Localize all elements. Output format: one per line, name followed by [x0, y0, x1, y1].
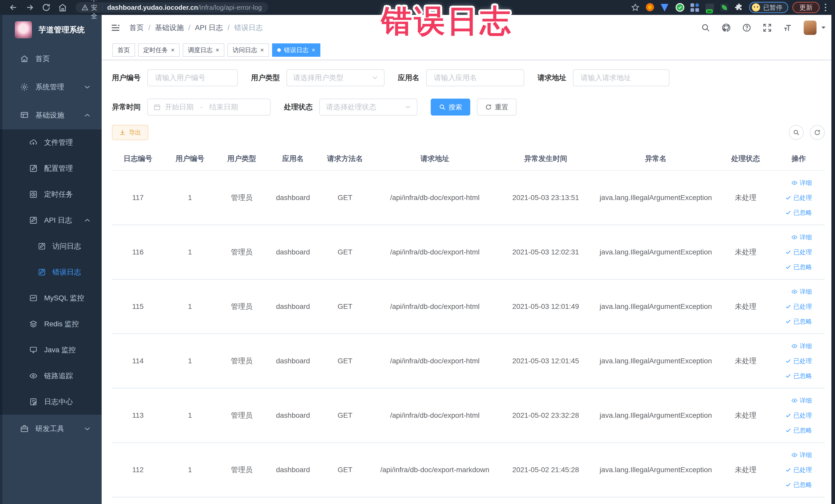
col-operations: 操作 [773, 147, 825, 170]
user-id-input[interactable] [147, 69, 238, 86]
log-edit-icon [38, 268, 46, 276]
reset-button[interactable]: 重置 [477, 99, 516, 116]
extension-orange-icon[interactable] [646, 3, 655, 12]
export-button[interactable]: 导出 [112, 125, 148, 140]
tab-close-icon[interactable]: × [216, 47, 219, 53]
address-bar[interactable]: 不安全 dashboard.yudao.iocoder.cn/infra/log… [76, 2, 268, 13]
tab-home[interactable]: 首页 [113, 43, 135, 57]
sidebar-item-dev-tools[interactable]: 研发工具 [0, 415, 102, 443]
extension-green-check-icon[interactable] [676, 3, 684, 12]
detail-link[interactable]: 详细 [791, 287, 812, 296]
mark-ignored-link[interactable]: 已忽略 [785, 317, 812, 326]
mark-processed-link[interactable]: 已处理 [785, 248, 812, 256]
col-user-type: 用户类型 [216, 147, 267, 170]
sidebar-item-scheduled-jobs[interactable]: 定时任务 [0, 181, 102, 207]
sidebar-item-mysql-monitor[interactable]: MySQL 监控 [0, 285, 102, 311]
toggle-search-button[interactable] [789, 125, 804, 140]
sidebar-item-infrastructure[interactable]: 基础设施 [0, 101, 102, 129]
start-date-placeholder: 开始日期 [165, 102, 194, 112]
extension-shield-icon[interactable] [661, 3, 669, 12]
tab-dispatch-log[interactable]: 调度日志× [183, 43, 224, 57]
sidebar-item-java-monitor[interactable]: Java 监控 [0, 337, 102, 363]
sidebar-item-access-log[interactable]: 访问日志 [0, 233, 102, 259]
breadcrumb-api-log[interactable]: API 日志 [195, 23, 223, 33]
user-avatar[interactable] [804, 21, 816, 35]
collapse-sidebar-icon[interactable] [110, 23, 121, 33]
tab-error-log[interactable]: 错误日志× [272, 43, 320, 57]
sidebar-item-error-log[interactable]: 错误日志 [0, 259, 102, 285]
mark-processed-link[interactable]: 已处理 [785, 411, 812, 420]
font-size-icon[interactable] [783, 23, 792, 32]
sidebar-item-label: Redis 监控 [44, 319, 79, 329]
refresh-icon [814, 129, 821, 136]
process-status-select[interactable]: 请选择处理状态 [319, 99, 418, 116]
extension-grid-icon[interactable] [691, 3, 699, 12]
browser-profile-button[interactable]: 已暂停 [749, 2, 788, 13]
browser-update-button[interactable]: 更新 [792, 2, 820, 13]
mark-ignored-link[interactable]: 已忽略 [785, 208, 812, 217]
url-host[interactable]: dashboard.yudao.iocoder.cn [107, 4, 198, 12]
tab-close-icon[interactable]: × [312, 47, 315, 53]
search-icon[interactable] [701, 23, 710, 32]
extension-on-badge-icon[interactable]: on [705, 3, 714, 12]
tab-close-icon[interactable]: × [260, 47, 264, 53]
tab-scheduled-jobs[interactable]: 定时任务× [138, 43, 180, 57]
refresh-table-button[interactable] [810, 125, 825, 140]
extensions-puzzle-icon[interactable] [735, 3, 744, 12]
request-url-input[interactable] [573, 69, 669, 86]
github-icon[interactable] [721, 23, 731, 32]
breadcrumb-infrastructure[interactable]: 基础设施 [155, 23, 184, 33]
fullscreen-icon[interactable] [762, 23, 772, 32]
mark-processed-link[interactable]: 已处理 [785, 357, 812, 365]
check-icon [785, 373, 791, 379]
mark-processed-link[interactable]: 已处理 [785, 466, 812, 474]
exception-time-range-picker[interactable]: 开始日期 - 结束日期 [147, 99, 270, 116]
select-arrow-icon [405, 105, 411, 109]
sidebar-item-trace[interactable]: 链路追踪 [0, 363, 102, 389]
detail-link[interactable]: 详细 [791, 397, 812, 405]
sidebar-item-redis-monitor[interactable]: Redis 监控 [0, 311, 102, 337]
detail-link[interactable]: 详细 [791, 233, 812, 241]
sidebar-item-api-log[interactable]: API 日志 [0, 207, 102, 233]
detail-link[interactable]: 详细 [791, 451, 812, 459]
url-path[interactable]: /infra/log/api-error-log [198, 4, 262, 12]
mark-ignored-link[interactable]: 已忽略 [785, 481, 812, 489]
mark-processed-link[interactable]: 已处理 [785, 194, 812, 202]
layers-icon [29, 320, 38, 328]
search-button[interactable]: 搜索 [431, 99, 470, 116]
sidebar-item-config-management[interactable]: 配置管理 [0, 155, 102, 181]
sidebar-item-label: 基础设施 [36, 110, 64, 120]
mark-ignored-link[interactable]: 已忽略 [785, 372, 812, 380]
reload-icon[interactable] [42, 3, 51, 12]
sidebar-item-home[interactable]: 首页 [0, 45, 102, 73]
security-label[interactable]: 不安全 [91, 0, 98, 20]
forward-icon[interactable] [25, 3, 34, 12]
mark-processed-link[interactable]: 已处理 [785, 302, 812, 311]
breadcrumb-error-log: 错误日志 [234, 23, 263, 33]
mark-ignored-link[interactable]: 已忽略 [785, 426, 812, 435]
user-type-select[interactable]: 请选择用户类型 [286, 69, 385, 86]
tab-close-icon[interactable]: × [171, 47, 175, 53]
search-icon [793, 129, 799, 136]
check-icon [785, 209, 791, 216]
breadcrumb-home[interactable]: 首页 [129, 23, 144, 33]
extension-leaf-icon[interactable] [720, 3, 729, 12]
mark-ignored-link[interactable]: 已忽略 [785, 263, 812, 271]
help-icon[interactable] [742, 23, 751, 32]
app-name-input[interactable] [426, 69, 524, 86]
sidebar-item-system[interactable]: 系统管理 [0, 73, 102, 101]
home-icon[interactable] [58, 3, 67, 12]
detail-link[interactable]: 详细 [791, 179, 812, 187]
tab-access-log[interactable]: 访问日志× [227, 43, 269, 57]
select-arrow-icon [372, 76, 378, 80]
detail-link[interactable]: 详细 [791, 342, 812, 350]
sidebar-logo-row[interactable]: 芋道管理系统 [0, 15, 102, 45]
sidebar-item-file-management[interactable]: 文件管理 [0, 129, 102, 155]
caret-down-icon[interactable] [821, 26, 826, 29]
sidebar-item-log-center[interactable]: 日志中心 [0, 389, 102, 415]
bookmark-star-icon[interactable] [631, 3, 640, 12]
back-icon[interactable] [9, 3, 18, 12]
edit-square-icon [29, 164, 38, 173]
window-right-edge [831, 0, 835, 504]
browser-menu-kebab-icon[interactable] [824, 3, 827, 12]
